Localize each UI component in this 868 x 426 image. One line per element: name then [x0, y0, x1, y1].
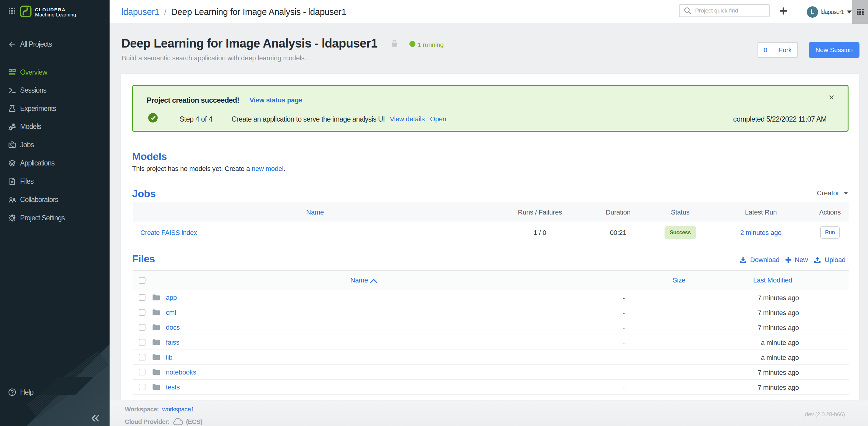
- file-row: tests - 7 minutes ago: [133, 380, 849, 395]
- workspace-line: Workspace: workspace1: [125, 405, 194, 413]
- files-col-size[interactable]: Size: [673, 276, 685, 284]
- user-menu[interactable]: L ldapuser1: [807, 0, 852, 24]
- sidebar: CLOUDERA Machine Learning All Projects O…: [0, 0, 110, 426]
- file-modified: 7 minutes ago: [757, 369, 799, 377]
- row-checkbox[interactable]: [139, 384, 146, 390]
- job-runs: 1 / 0: [533, 229, 546, 237]
- fork-button[interactable]: Fork: [773, 42, 797, 57]
- sidebar-item-all-projects[interactable]: All Projects: [0, 35, 110, 53]
- add-project-button[interactable]: [777, 4, 790, 18]
- file-size: -: [623, 384, 625, 392]
- app-switcher-icon[interactable]: [9, 8, 15, 14]
- sidebar-item-collaborators[interactable]: Collaborators: [0, 191, 110, 209]
- new-model-link[interactable]: new model: [252, 165, 284, 172]
- sidebar-item-label: Project Settings: [20, 214, 65, 222]
- breadcrumb-current: Deep Learning for Image Analysis - ldapu…: [171, 7, 346, 17]
- folder-icon: [152, 309, 160, 317]
- sidebar-item-models[interactable]: Models: [0, 117, 110, 136]
- app-switcher-rail[interactable]: [852, 0, 868, 24]
- files-table: Name Size Last Modified app - 7 minutes …: [133, 270, 849, 395]
- row-checkbox[interactable]: [139, 309, 146, 316]
- project-description: Build a semantic search application with…: [122, 54, 306, 62]
- project-search: [679, 4, 770, 17]
- caret-down-icon: [847, 10, 852, 14]
- file-name-link[interactable]: cml: [166, 309, 176, 317]
- arrow-left-icon: [8, 40, 16, 48]
- file-size: -: [623, 339, 625, 347]
- upload-button[interactable]: Upload: [814, 256, 845, 264]
- file-name-link[interactable]: lib: [166, 353, 172, 361]
- row-checkbox[interactable]: [139, 294, 146, 301]
- sidebar-item-applications[interactable]: Applications: [0, 154, 110, 172]
- file-name-link[interactable]: faiss: [166, 339, 179, 346]
- sidebar-item-label: Sessions: [20, 86, 46, 94]
- cloud-icon: [172, 418, 184, 426]
- jobs-col-runs: Runs / Failures: [518, 208, 562, 216]
- folder-icon: [152, 339, 160, 347]
- new-session-button[interactable]: New Session: [809, 42, 860, 58]
- sidebar-item-label: Jobs: [20, 141, 34, 149]
- row-checkbox[interactable]: [139, 324, 146, 331]
- jobs-table: Name Runs / Failures Duration Status Lat…: [133, 202, 849, 243]
- sidebar-item-label: Help: [20, 388, 33, 396]
- plus-icon: [785, 257, 791, 263]
- file-name-link[interactable]: notebooks: [166, 368, 196, 376]
- file-size: -: [623, 369, 625, 377]
- sidebar-item-label: Applications: [20, 159, 55, 167]
- file-row: app - 7 minutes ago: [133, 290, 849, 305]
- file-row: docs - 7 minutes ago: [133, 320, 849, 335]
- files-table-header: Name Size Last Modified: [133, 271, 849, 290]
- cloudera-logo-icon[interactable]: [20, 5, 32, 17]
- files-col-modified[interactable]: Last Modified: [753, 276, 792, 284]
- sidebar-item-label: Models: [20, 122, 41, 131]
- row-checkbox[interactable]: [139, 354, 146, 361]
- sidebar-item-jobs[interactable]: Jobs: [0, 136, 110, 154]
- download-button[interactable]: Download: [740, 256, 779, 264]
- search-icon: [683, 6, 692, 15]
- sidebar-item-label: Experiments: [20, 105, 56, 113]
- search-input[interactable]: [695, 7, 765, 14]
- experiments-icon: [8, 105, 16, 112]
- brand-product: Machine Learning: [35, 12, 76, 18]
- open-link[interactable]: Open: [430, 115, 446, 123]
- files-col-name[interactable]: Name: [350, 276, 368, 284]
- sidebar-item-overview[interactable]: Overview: [0, 63, 110, 81]
- file-name-link[interactable]: docs: [166, 323, 180, 332]
- folder-icon: [152, 353, 160, 362]
- sort-asc-icon[interactable]: [370, 279, 378, 283]
- file-size: -: [623, 309, 625, 317]
- sidebar-collapse-button[interactable]: «: [91, 409, 100, 425]
- folder-icon: [152, 368, 160, 377]
- sidebar-item-experiments[interactable]: Experiments: [0, 100, 110, 118]
- breadcrumb-user-link[interactable]: ldapuser1: [121, 7, 159, 17]
- file-modified: 7 minutes ago: [757, 309, 799, 317]
- sidebar-item-sessions[interactable]: Sessions: [0, 81, 110, 100]
- workspace-label: Workspace:: [125, 405, 159, 413]
- file-name-link[interactable]: tests: [166, 384, 180, 391]
- creator-filter-dropdown[interactable]: Creator: [817, 189, 848, 197]
- file-row: cml - 7 minutes ago: [133, 305, 849, 320]
- file-modified: 7 minutes ago: [757, 324, 799, 332]
- select-all-checkbox[interactable]: [139, 277, 146, 284]
- close-icon[interactable]: ×: [829, 93, 834, 102]
- workspace-link[interactable]: workspace1: [162, 405, 194, 413]
- models-empty-prefix: This project has no models yet. Create a: [132, 165, 252, 172]
- job-name-link[interactable]: Create FAISS index: [140, 229, 197, 237]
- running-status: 1 running: [417, 41, 444, 49]
- upload-icon: [814, 257, 821, 263]
- view-details-link[interactable]: View details: [390, 115, 425, 123]
- job-latest-run-link[interactable]: 2 minutes ago: [740, 229, 781, 237]
- sidebar-item-files[interactable]: Files: [0, 172, 110, 191]
- jobs-col-duration: Duration: [606, 208, 630, 216]
- row-checkbox[interactable]: [139, 369, 146, 375]
- new-file-button[interactable]: New: [785, 256, 808, 264]
- jobs-col-name[interactable]: Name: [306, 208, 324, 216]
- row-checkbox[interactable]: [139, 339, 146, 345]
- file-size: -: [623, 294, 625, 302]
- fork-count-button[interactable]: 0: [758, 42, 773, 57]
- file-name-link[interactable]: app: [166, 294, 177, 302]
- sidebar-item-project-settings[interactable]: Project Settings: [0, 209, 110, 227]
- view-status-page-link[interactable]: View status page: [250, 96, 302, 104]
- sidebar-item-help[interactable]: Help: [0, 383, 110, 401]
- run-button[interactable]: Run: [820, 226, 840, 238]
